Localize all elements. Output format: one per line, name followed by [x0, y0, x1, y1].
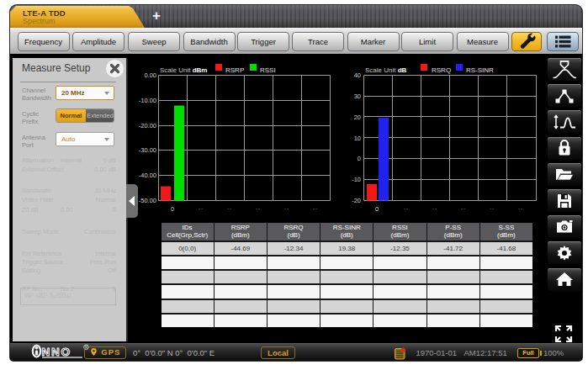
svg-text:0: 0 [375, 205, 379, 213]
svg-text:--: -- [490, 206, 495, 211]
svg-text:RS-SINR: RS-SINR [466, 66, 494, 74]
svg-text:-20: -20 [352, 197, 361, 204]
svg-text:40: 40 [354, 71, 361, 79]
svg-text:-50.00: -50.00 [139, 197, 156, 204]
svg-text:NNO: NNO [42, 346, 72, 358]
svg-text:RSRP: RSRP [225, 66, 244, 74]
svg-text:--: -- [404, 206, 409, 211]
svg-text:RSRQ: RSRQ [432, 66, 451, 74]
svg-text:-30.00: -30.00 [139, 146, 156, 154]
svg-text:--: -- [256, 206, 261, 211]
svg-text:Scale Unit dBm: Scale Unit dBm [160, 66, 207, 74]
svg-text:20: 20 [354, 114, 361, 121]
svg-text:0: 0 [358, 155, 361, 162]
svg-text:0: 0 [171, 205, 174, 213]
svg-text:--: -- [227, 206, 232, 211]
svg-text:0.00: 0.00 [144, 71, 156, 79]
svg-text:--: -- [518, 206, 523, 211]
svg-text:--: -- [284, 206, 289, 211]
svg-text:-40.00: -40.00 [139, 172, 156, 179]
svg-text:--: -- [461, 206, 466, 211]
svg-text:--: -- [199, 206, 204, 211]
svg-text:RSSI: RSSI [260, 66, 276, 74]
svg-text:-10: -10 [352, 176, 361, 183]
svg-text:10: 10 [354, 135, 361, 142]
svg-text:--: -- [313, 206, 318, 211]
svg-text:-20.00: -20.00 [139, 122, 156, 130]
svg-text:-10.00: -10.00 [139, 97, 156, 104]
svg-text:30: 30 [354, 92, 361, 100]
svg-text:Scale Unit dB: Scale Unit dB [365, 66, 407, 74]
svg-text:--: -- [432, 206, 437, 211]
